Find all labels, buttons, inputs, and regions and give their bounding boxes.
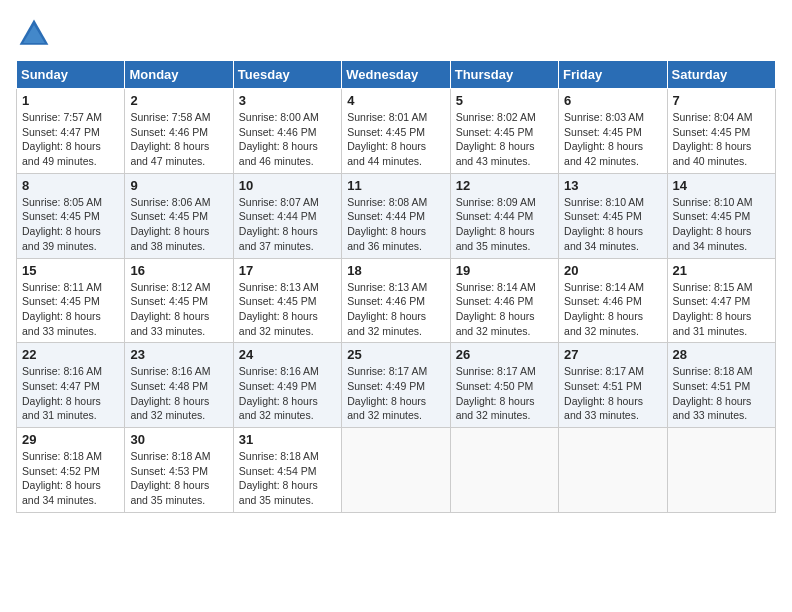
sunrise-label: Sunrise: 8:05 AM bbox=[22, 196, 102, 208]
calendar-week-row: 8 Sunrise: 8:05 AM Sunset: 4:45 PM Dayli… bbox=[17, 173, 776, 258]
weekday-header: Wednesday bbox=[342, 61, 450, 89]
sunset-label: Sunset: 4:47 PM bbox=[673, 295, 751, 307]
calendar-day-cell: 25 Sunrise: 8:17 AM Sunset: 4:49 PM Dayl… bbox=[342, 343, 450, 428]
sunrise-label: Sunrise: 7:58 AM bbox=[130, 111, 210, 123]
day-info: Sunrise: 8:18 AM Sunset: 4:52 PM Dayligh… bbox=[22, 449, 119, 508]
daylight-label: Daylight: 8 hours and 49 minutes. bbox=[22, 140, 101, 167]
day-number: 1 bbox=[22, 93, 119, 108]
day-number: 28 bbox=[673, 347, 770, 362]
sunrise-label: Sunrise: 8:09 AM bbox=[456, 196, 536, 208]
sunset-label: Sunset: 4:54 PM bbox=[239, 465, 317, 477]
calendar-day-cell: 24 Sunrise: 8:16 AM Sunset: 4:49 PM Dayl… bbox=[233, 343, 341, 428]
day-info: Sunrise: 8:16 AM Sunset: 4:47 PM Dayligh… bbox=[22, 364, 119, 423]
sunrise-label: Sunrise: 8:11 AM bbox=[22, 281, 102, 293]
daylight-label: Daylight: 8 hours and 35 minutes. bbox=[239, 479, 318, 506]
day-info: Sunrise: 8:18 AM Sunset: 4:54 PM Dayligh… bbox=[239, 449, 336, 508]
sunset-label: Sunset: 4:45 PM bbox=[564, 210, 642, 222]
day-info: Sunrise: 8:05 AM Sunset: 4:45 PM Dayligh… bbox=[22, 195, 119, 254]
day-info: Sunrise: 8:04 AM Sunset: 4:45 PM Dayligh… bbox=[673, 110, 770, 169]
sunset-label: Sunset: 4:52 PM bbox=[22, 465, 100, 477]
day-number: 23 bbox=[130, 347, 227, 362]
daylight-label: Daylight: 8 hours and 44 minutes. bbox=[347, 140, 426, 167]
calendar-day-cell: 20 Sunrise: 8:14 AM Sunset: 4:46 PM Dayl… bbox=[559, 258, 667, 343]
daylight-label: Daylight: 8 hours and 32 minutes. bbox=[564, 310, 643, 337]
weekday-header: Tuesday bbox=[233, 61, 341, 89]
weekday-header: Monday bbox=[125, 61, 233, 89]
logo bbox=[16, 16, 56, 52]
day-info: Sunrise: 8:01 AM Sunset: 4:45 PM Dayligh… bbox=[347, 110, 444, 169]
day-info: Sunrise: 8:16 AM Sunset: 4:48 PM Dayligh… bbox=[130, 364, 227, 423]
day-info: Sunrise: 8:10 AM Sunset: 4:45 PM Dayligh… bbox=[673, 195, 770, 254]
calendar-day-cell: 9 Sunrise: 8:06 AM Sunset: 4:45 PM Dayli… bbox=[125, 173, 233, 258]
day-info: Sunrise: 7:58 AM Sunset: 4:46 PM Dayligh… bbox=[130, 110, 227, 169]
sunrise-label: Sunrise: 8:17 AM bbox=[347, 365, 427, 377]
daylight-label: Daylight: 8 hours and 35 minutes. bbox=[130, 479, 209, 506]
logo-icon bbox=[16, 16, 52, 52]
day-number: 14 bbox=[673, 178, 770, 193]
daylight-label: Daylight: 8 hours and 33 minutes. bbox=[22, 310, 101, 337]
day-number: 24 bbox=[239, 347, 336, 362]
sunset-label: Sunset: 4:45 PM bbox=[22, 295, 100, 307]
calendar-day-cell: 2 Sunrise: 7:58 AM Sunset: 4:46 PM Dayli… bbox=[125, 89, 233, 174]
daylight-label: Daylight: 8 hours and 32 minutes. bbox=[347, 395, 426, 422]
weekday-header: Sunday bbox=[17, 61, 125, 89]
day-number: 3 bbox=[239, 93, 336, 108]
weekday-header: Thursday bbox=[450, 61, 558, 89]
calendar-day-cell: 29 Sunrise: 8:18 AM Sunset: 4:52 PM Dayl… bbox=[17, 428, 125, 513]
day-info: Sunrise: 8:15 AM Sunset: 4:47 PM Dayligh… bbox=[673, 280, 770, 339]
day-number: 12 bbox=[456, 178, 553, 193]
day-info: Sunrise: 7:57 AM Sunset: 4:47 PM Dayligh… bbox=[22, 110, 119, 169]
day-info: Sunrise: 8:17 AM Sunset: 4:50 PM Dayligh… bbox=[456, 364, 553, 423]
sunset-label: Sunset: 4:53 PM bbox=[130, 465, 208, 477]
day-info: Sunrise: 8:00 AM Sunset: 4:46 PM Dayligh… bbox=[239, 110, 336, 169]
calendar-week-row: 22 Sunrise: 8:16 AM Sunset: 4:47 PM Dayl… bbox=[17, 343, 776, 428]
calendar-day-cell: 19 Sunrise: 8:14 AM Sunset: 4:46 PM Dayl… bbox=[450, 258, 558, 343]
sunset-label: Sunset: 4:45 PM bbox=[564, 126, 642, 138]
sunset-label: Sunset: 4:49 PM bbox=[239, 380, 317, 392]
daylight-label: Daylight: 8 hours and 33 minutes. bbox=[130, 310, 209, 337]
sunset-label: Sunset: 4:44 PM bbox=[456, 210, 534, 222]
daylight-label: Daylight: 8 hours and 34 minutes. bbox=[673, 225, 752, 252]
calendar-day-cell: 21 Sunrise: 8:15 AM Sunset: 4:47 PM Dayl… bbox=[667, 258, 775, 343]
calendar-day-cell: 23 Sunrise: 8:16 AM Sunset: 4:48 PM Dayl… bbox=[125, 343, 233, 428]
day-info: Sunrise: 8:02 AM Sunset: 4:45 PM Dayligh… bbox=[456, 110, 553, 169]
daylight-label: Daylight: 8 hours and 35 minutes. bbox=[456, 225, 535, 252]
day-info: Sunrise: 8:06 AM Sunset: 4:45 PM Dayligh… bbox=[130, 195, 227, 254]
daylight-label: Daylight: 8 hours and 47 minutes. bbox=[130, 140, 209, 167]
day-info: Sunrise: 8:08 AM Sunset: 4:44 PM Dayligh… bbox=[347, 195, 444, 254]
day-number: 2 bbox=[130, 93, 227, 108]
daylight-label: Daylight: 8 hours and 37 minutes. bbox=[239, 225, 318, 252]
weekday-header: Saturday bbox=[667, 61, 775, 89]
sunset-label: Sunset: 4:47 PM bbox=[22, 380, 100, 392]
day-number: 6 bbox=[564, 93, 661, 108]
calendar-day-cell: 13 Sunrise: 8:10 AM Sunset: 4:45 PM Dayl… bbox=[559, 173, 667, 258]
sunset-label: Sunset: 4:45 PM bbox=[239, 295, 317, 307]
day-number: 17 bbox=[239, 263, 336, 278]
daylight-label: Daylight: 8 hours and 32 minutes. bbox=[239, 310, 318, 337]
calendar-day-cell: 5 Sunrise: 8:02 AM Sunset: 4:45 PM Dayli… bbox=[450, 89, 558, 174]
calendar-day-cell bbox=[559, 428, 667, 513]
sunrise-label: Sunrise: 8:14 AM bbox=[564, 281, 644, 293]
day-info: Sunrise: 8:07 AM Sunset: 4:44 PM Dayligh… bbox=[239, 195, 336, 254]
day-number: 4 bbox=[347, 93, 444, 108]
day-number: 16 bbox=[130, 263, 227, 278]
day-info: Sunrise: 8:14 AM Sunset: 4:46 PM Dayligh… bbox=[564, 280, 661, 339]
sunset-label: Sunset: 4:45 PM bbox=[130, 295, 208, 307]
calendar-day-cell: 22 Sunrise: 8:16 AM Sunset: 4:47 PM Dayl… bbox=[17, 343, 125, 428]
calendar-day-cell: 15 Sunrise: 8:11 AM Sunset: 4:45 PM Dayl… bbox=[17, 258, 125, 343]
day-number: 29 bbox=[22, 432, 119, 447]
page-header bbox=[16, 16, 776, 52]
sunrise-label: Sunrise: 8:18 AM bbox=[130, 450, 210, 462]
sunrise-label: Sunrise: 8:17 AM bbox=[456, 365, 536, 377]
sunrise-label: Sunrise: 8:18 AM bbox=[239, 450, 319, 462]
sunrise-label: Sunrise: 8:16 AM bbox=[239, 365, 319, 377]
day-number: 21 bbox=[673, 263, 770, 278]
sunrise-label: Sunrise: 8:15 AM bbox=[673, 281, 753, 293]
sunrise-label: Sunrise: 8:07 AM bbox=[239, 196, 319, 208]
weekday-header: Friday bbox=[559, 61, 667, 89]
daylight-label: Daylight: 8 hours and 33 minutes. bbox=[673, 395, 752, 422]
day-number: 22 bbox=[22, 347, 119, 362]
sunset-label: Sunset: 4:45 PM bbox=[130, 210, 208, 222]
day-info: Sunrise: 8:14 AM Sunset: 4:46 PM Dayligh… bbox=[456, 280, 553, 339]
daylight-label: Daylight: 8 hours and 32 minutes. bbox=[130, 395, 209, 422]
